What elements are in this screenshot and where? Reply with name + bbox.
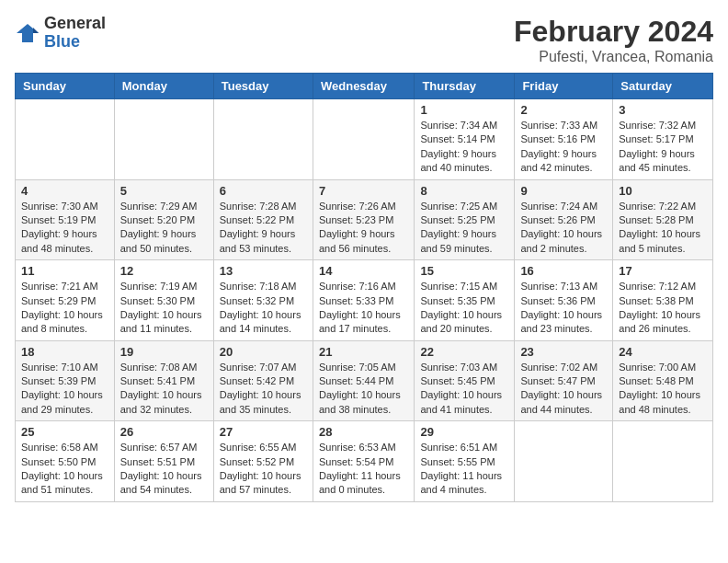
day-number: 1	[420, 103, 508, 117]
day-number: 25	[21, 425, 108, 439]
day-info: Sunrise: 7:02 AM Sunset: 5:47 PM Dayligh…	[520, 361, 607, 418]
day-info: Sunrise: 7:29 AM Sunset: 5:20 PM Dayligh…	[120, 200, 208, 257]
day-number: 6	[220, 184, 307, 198]
day-number: 2	[520, 103, 607, 117]
day-info: Sunrise: 7:18 AM Sunset: 5:32 PM Dayligh…	[220, 280, 307, 337]
day-number: 23	[520, 345, 607, 359]
calendar-cell: 6Sunrise: 7:28 AM Sunset: 5:22 PM Daylig…	[213, 179, 313, 260]
day-info: Sunrise: 7:25 AM Sunset: 5:25 PM Dayligh…	[420, 200, 508, 257]
calendar-cell: 19Sunrise: 7:08 AM Sunset: 5:41 PM Dayli…	[114, 340, 213, 421]
day-number: 12	[120, 264, 208, 278]
day-number: 5	[120, 184, 208, 198]
logo-general: General	[44, 15, 106, 33]
day-number: 14	[319, 264, 408, 278]
calendar-cell: 18Sunrise: 7:10 AM Sunset: 5:39 PM Dayli…	[16, 340, 115, 421]
day-info: Sunrise: 7:30 AM Sunset: 5:19 PM Dayligh…	[21, 200, 108, 257]
day-number: 27	[220, 425, 307, 439]
calendar-cell	[613, 421, 713, 502]
calendar-cell: 20Sunrise: 7:07 AM Sunset: 5:42 PM Dayli…	[213, 340, 313, 421]
calendar-cell: 26Sunrise: 6:57 AM Sunset: 5:51 PM Dayli…	[114, 421, 213, 502]
calendar-cell: 16Sunrise: 7:13 AM Sunset: 5:36 PM Dayli…	[515, 260, 613, 341]
day-number: 3	[619, 103, 707, 117]
month-year-title: February 2024	[514, 15, 713, 49]
day-number: 18	[21, 345, 108, 359]
calendar-cell: 9Sunrise: 7:24 AM Sunset: 5:26 PM Daylig…	[515, 179, 613, 260]
calendar-body: 1Sunrise: 7:34 AM Sunset: 5:14 PM Daylig…	[16, 99, 713, 502]
logo-text: General Blue	[44, 15, 106, 52]
day-number: 19	[120, 345, 208, 359]
calendar-cell: 28Sunrise: 6:53 AM Sunset: 5:54 PM Dayli…	[313, 421, 414, 502]
day-number: 10	[619, 184, 707, 198]
calendar-cell: 27Sunrise: 6:55 AM Sunset: 5:52 PM Dayli…	[213, 421, 313, 502]
day-number: 8	[420, 184, 508, 198]
day-info: Sunrise: 6:58 AM Sunset: 5:50 PM Dayligh…	[21, 441, 108, 498]
day-number: 13	[220, 264, 307, 278]
calendar-cell: 13Sunrise: 7:18 AM Sunset: 5:32 PM Dayli…	[213, 260, 313, 341]
calendar-cell: 21Sunrise: 7:05 AM Sunset: 5:44 PM Dayli…	[313, 340, 414, 421]
day-info: Sunrise: 7:21 AM Sunset: 5:29 PM Dayligh…	[21, 280, 108, 337]
day-number: 21	[319, 345, 408, 359]
day-number: 17	[619, 264, 707, 278]
calendar-cell: 7Sunrise: 7:26 AM Sunset: 5:23 PM Daylig…	[313, 179, 414, 260]
day-info: Sunrise: 6:57 AM Sunset: 5:51 PM Dayligh…	[120, 441, 208, 498]
calendar-cell: 14Sunrise: 7:16 AM Sunset: 5:33 PM Dayli…	[313, 260, 414, 341]
calendar-cell: 4Sunrise: 7:30 AM Sunset: 5:19 PM Daylig…	[16, 179, 115, 260]
calendar-cell: 23Sunrise: 7:02 AM Sunset: 5:47 PM Dayli…	[515, 340, 613, 421]
day-number: 20	[220, 345, 307, 359]
day-info: Sunrise: 7:05 AM Sunset: 5:44 PM Dayligh…	[319, 361, 408, 418]
calendar-week-5: 25Sunrise: 6:58 AM Sunset: 5:50 PM Dayli…	[16, 421, 713, 502]
day-number: 24	[619, 345, 707, 359]
calendar-cell: 25Sunrise: 6:58 AM Sunset: 5:50 PM Dayli…	[16, 421, 115, 502]
day-number: 26	[120, 425, 208, 439]
day-info: Sunrise: 7:08 AM Sunset: 5:41 PM Dayligh…	[120, 361, 208, 418]
calendar-cell: 2Sunrise: 7:33 AM Sunset: 5:16 PM Daylig…	[515, 99, 613, 180]
calendar-cell	[213, 99, 313, 180]
calendar-week-3: 11Sunrise: 7:21 AM Sunset: 5:29 PM Dayli…	[16, 260, 713, 341]
day-info: Sunrise: 7:26 AM Sunset: 5:23 PM Dayligh…	[319, 200, 408, 257]
logo: General Blue	[15, 15, 106, 52]
calendar-week-4: 18Sunrise: 7:10 AM Sunset: 5:39 PM Dayli…	[16, 340, 713, 421]
calendar-cell: 5Sunrise: 7:29 AM Sunset: 5:20 PM Daylig…	[114, 179, 213, 260]
day-info: Sunrise: 7:32 AM Sunset: 5:17 PM Dayligh…	[619, 119, 707, 176]
calendar-cell	[515, 421, 613, 502]
calendar-cell: 29Sunrise: 6:51 AM Sunset: 5:55 PM Dayli…	[415, 421, 515, 502]
calendar-cell: 22Sunrise: 7:03 AM Sunset: 5:45 PM Dayli…	[415, 340, 515, 421]
title-block: February 2024 Pufesti, Vrancea, Romania	[514, 15, 713, 65]
day-number: 9	[520, 184, 607, 198]
calendar-cell: 17Sunrise: 7:12 AM Sunset: 5:38 PM Dayli…	[613, 260, 713, 341]
calendar-cell: 12Sunrise: 7:19 AM Sunset: 5:30 PM Dayli…	[114, 260, 213, 341]
day-info: Sunrise: 7:12 AM Sunset: 5:38 PM Dayligh…	[619, 280, 707, 337]
calendar-week-1: 1Sunrise: 7:34 AM Sunset: 5:14 PM Daylig…	[16, 99, 713, 180]
day-info: Sunrise: 7:00 AM Sunset: 5:48 PM Dayligh…	[619, 361, 707, 418]
calendar-cell	[114, 99, 213, 180]
day-info: Sunrise: 7:34 AM Sunset: 5:14 PM Dayligh…	[420, 119, 508, 176]
calendar-header-sunday: Sunday	[16, 74, 115, 99]
calendar-header-wednesday: Wednesday	[313, 74, 414, 99]
calendar-header-tuesday: Tuesday	[213, 74, 313, 99]
day-info: Sunrise: 7:24 AM Sunset: 5:26 PM Dayligh…	[520, 200, 607, 257]
calendar-cell: 3Sunrise: 7:32 AM Sunset: 5:17 PM Daylig…	[613, 99, 713, 180]
day-number: 15	[420, 264, 508, 278]
day-number: 4	[21, 184, 108, 198]
day-number: 28	[319, 425, 408, 439]
logo-blue: Blue	[44, 33, 106, 52]
day-info: Sunrise: 7:03 AM Sunset: 5:45 PM Dayligh…	[420, 361, 508, 418]
calendar-cell: 24Sunrise: 7:00 AM Sunset: 5:48 PM Dayli…	[613, 340, 713, 421]
svg-marker-1	[33, 28, 39, 33]
day-info: Sunrise: 6:51 AM Sunset: 5:55 PM Dayligh…	[420, 441, 508, 498]
day-number: 11	[21, 264, 108, 278]
calendar-cell: 15Sunrise: 7:15 AM Sunset: 5:35 PM Dayli…	[415, 260, 515, 341]
location-subtitle: Pufesti, Vrancea, Romania	[514, 49, 713, 65]
day-number: 7	[319, 184, 408, 198]
page-header: General Blue February 2024 Pufesti, Vran…	[15, 15, 713, 65]
calendar-cell: 11Sunrise: 7:21 AM Sunset: 5:29 PM Dayli…	[16, 260, 115, 341]
day-number: 16	[520, 264, 607, 278]
day-info: Sunrise: 7:16 AM Sunset: 5:33 PM Dayligh…	[319, 280, 408, 337]
day-info: Sunrise: 6:53 AM Sunset: 5:54 PM Dayligh…	[319, 441, 408, 498]
calendar-header-friday: Friday	[515, 74, 613, 99]
day-info: Sunrise: 7:15 AM Sunset: 5:35 PM Dayligh…	[420, 280, 508, 337]
day-info: Sunrise: 7:22 AM Sunset: 5:28 PM Dayligh…	[619, 200, 707, 257]
calendar-header-monday: Monday	[114, 74, 213, 99]
day-info: Sunrise: 7:28 AM Sunset: 5:22 PM Dayligh…	[220, 200, 307, 257]
calendar-table: SundayMondayTuesdayWednesdayThursdayFrid…	[15, 73, 713, 502]
